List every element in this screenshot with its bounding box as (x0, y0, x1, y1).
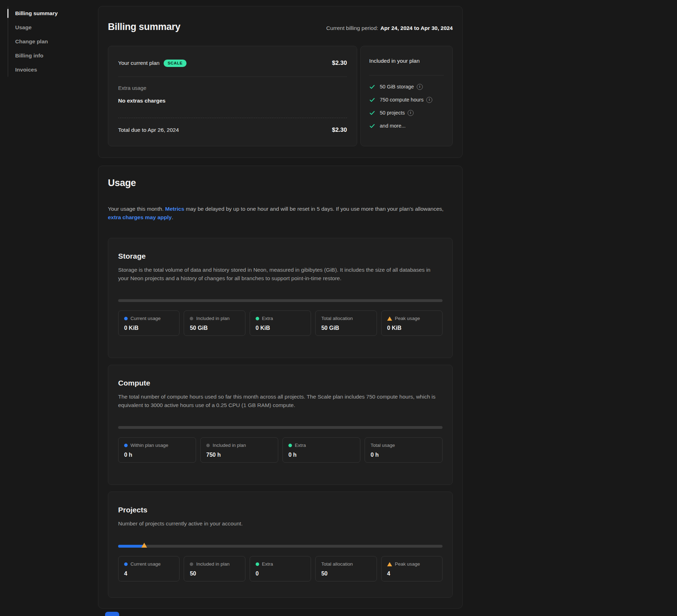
usage-desc-text: . (172, 214, 173, 220)
stat-value: 50 (190, 570, 239, 577)
compute-stats: Within plan usage 0 h Included in plan 7… (118, 437, 443, 463)
stat-label: Current usage (130, 315, 161, 322)
stat-value: 750 h (206, 451, 272, 458)
bottom-edge-widget[interactable] (105, 612, 119, 616)
billing-sidebar: Billing summary Usage Change plan Billin… (8, 6, 89, 77)
included-item: 50 GiB storage i (369, 83, 444, 90)
compute-section-description: The total number of compute hours used s… (118, 393, 443, 409)
stat-tile-total-allocation: Total allocation 50 (315, 556, 377, 581)
stat-value: 0 (256, 570, 305, 577)
stat-label: Total allocation (321, 315, 353, 322)
stat-tile-current-usage: Current usage 4 (118, 556, 179, 581)
billing-period-value: Apr 24, 2024 to Apr 30, 2024 (380, 25, 453, 31)
included-item: 50 projects i (369, 109, 444, 116)
projects-progress-bar (118, 545, 443, 548)
stat-value: 0 h (124, 451, 190, 458)
billing-summary-title: Billing summary (108, 20, 181, 33)
total-due-amount: $2.30 (332, 127, 347, 134)
stat-label: Total allocation (321, 561, 353, 567)
sidebar-item-billing-info[interactable]: Billing info (8, 49, 89, 63)
info-icon[interactable]: i (408, 110, 414, 116)
stat-label: Extra (295, 442, 306, 449)
sidebar-item-billing-summary[interactable]: Billing summary (8, 6, 89, 20)
extra-usage-value: No extras charges (118, 97, 347, 104)
green-dot-indicator (256, 317, 259, 320)
stat-label: Within plan usage (130, 442, 168, 449)
sidebar-item-usage[interactable]: Usage (8, 20, 89, 35)
usage-description: Your usage this month. Metrics may be de… (108, 205, 453, 222)
stat-tile-extra: Extra 0 h (282, 437, 360, 463)
projects-section: Projects Number of projects currently ac… (108, 492, 453, 598)
storage-progress-bar (118, 299, 443, 302)
stat-tile-current-usage: Current usage 0 KiB (118, 310, 179, 336)
stat-value: 0 KiB (387, 325, 437, 332)
projects-progress-fill (118, 545, 144, 548)
divider (369, 75, 444, 75)
orange-triangle-indicator (387, 316, 392, 321)
stat-value: 50 GiB (321, 325, 371, 332)
info-icon[interactable]: i (426, 97, 432, 103)
included-item-label: 50 projects (380, 109, 405, 116)
compute-section: Compute The total number of compute hour… (108, 365, 453, 485)
stat-value: 50 (321, 570, 371, 577)
orange-triangle-indicator (387, 562, 392, 566)
included-in-plan-card: Included in your plan 50 GiB storage i 7… (360, 46, 453, 146)
sidebar-item-invoices[interactable]: Invoices (8, 63, 89, 77)
check-icon (369, 97, 375, 103)
sidebar-item-change-plan[interactable]: Change plan (8, 35, 89, 49)
stat-tile-included-in-plan: Included in plan 750 h (200, 437, 278, 463)
stat-label: Extra (262, 561, 273, 567)
stat-tile-within-plan-usage: Within plan usage 0 h (118, 437, 196, 463)
billing-page: Billing summary Usage Change plan Billin… (0, 0, 677, 616)
metrics-link[interactable]: Metrics (165, 206, 184, 212)
billing-period: Current billing period:Apr 24, 2024 to A… (326, 25, 453, 31)
projects-stats: Current usage 4 Included in plan 50 Extr… (118, 556, 443, 581)
included-title: Included in your plan (369, 57, 444, 64)
stat-label: Current usage (130, 561, 161, 567)
included-item-label: and more... (380, 122, 405, 129)
blue-dot-indicator (124, 317, 128, 320)
usage-title: Usage (108, 177, 453, 189)
stat-tile-peak-usage: Peak usage 0 KiB (381, 310, 443, 336)
billing-period-label: Current billing period: (326, 25, 378, 31)
stat-tile-total-allocation: Total allocation 50 GiB (315, 310, 377, 336)
extra-charges-link[interactable]: extra charges may apply (108, 214, 172, 220)
gray-dot-indicator (190, 317, 193, 320)
green-dot-indicator (288, 444, 292, 447)
blue-dot-indicator (124, 562, 128, 566)
stat-tile-included-in-plan: Included in plan 50 (184, 556, 245, 581)
stat-value: 4 (387, 570, 437, 577)
plan-amount: $2.30 (332, 60, 347, 67)
compute-section-title: Compute (118, 378, 443, 388)
stat-tile-extra: Extra 0 (250, 556, 311, 581)
stat-tile-extra: Extra 0 KiB (250, 310, 311, 336)
divider (118, 76, 347, 77)
storage-section: Storage Storage is the total volume of d… (108, 238, 453, 358)
dashed-divider (118, 118, 347, 118)
stat-label: Included in plan (213, 442, 246, 449)
stat-label: Included in plan (196, 315, 230, 322)
included-item: 750 compute hours i (369, 96, 444, 103)
plan-badge: SCALE (164, 60, 186, 67)
total-due-label: Total due to Apr 26, 2024 (118, 127, 179, 133)
usage-desc-text: Your usage this month. (108, 206, 164, 212)
usage-card: Usage Your usage this month. Metrics may… (98, 166, 463, 609)
peak-usage-marker-icon (141, 543, 147, 548)
storage-section-description: Storage is the total volume of data and … (118, 266, 443, 282)
stat-label: Included in plan (196, 561, 230, 567)
stat-value: 0 KiB (256, 325, 305, 332)
projects-section-title: Projects (118, 505, 443, 515)
included-item-label: 750 compute hours (380, 96, 423, 103)
stat-tile-included-in-plan: Included in plan 50 GiB (184, 310, 245, 336)
stat-value: 4 (124, 570, 173, 577)
usage-desc-text: may be delayed by up to one hour and wil… (186, 206, 444, 212)
gray-dot-indicator (190, 562, 193, 566)
blue-dot-indicator (124, 444, 128, 447)
stat-value: 0 h (288, 451, 354, 458)
billing-summary-card: Billing summary Current billing period:A… (98, 6, 463, 158)
stat-tile-peak-usage: Peak usage 4 (381, 556, 443, 581)
info-icon[interactable]: i (417, 84, 423, 90)
compute-progress-bar (118, 426, 443, 429)
storage-section-title: Storage (118, 252, 443, 261)
stat-value: 0 h (371, 451, 437, 458)
